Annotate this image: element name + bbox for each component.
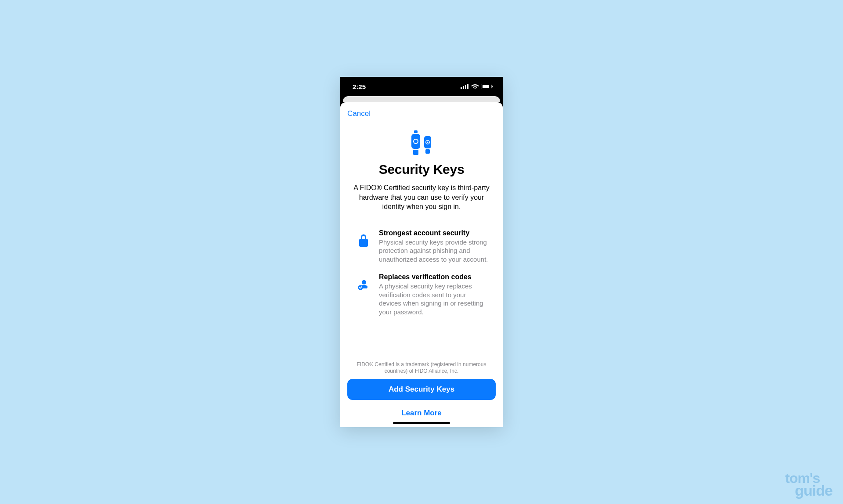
status-icons	[461, 83, 493, 90]
lock-icon	[357, 229, 370, 247]
status-time: 2:25	[353, 83, 366, 90]
cancel-button[interactable]: Cancel	[347, 108, 371, 119]
footnote: FIDO® Certified is a trademark (register…	[347, 361, 496, 374]
svg-rect-10	[413, 150, 418, 155]
svg-rect-3	[467, 84, 468, 89]
user-check-icon	[357, 273, 370, 291]
watermark-line2: guide	[795, 484, 832, 497]
watermark-logo: tom's guide	[785, 472, 832, 497]
feature-title: Replaces verification codes	[379, 273, 489, 281]
svg-rect-7	[414, 130, 418, 133]
svg-rect-0	[461, 87, 462, 89]
svg-rect-1	[463, 86, 464, 89]
wifi-icon	[471, 83, 479, 90]
svg-rect-14	[425, 149, 430, 154]
svg-point-13	[427, 141, 428, 143]
feature-strongest-security: Strongest account security Physical secu…	[357, 229, 489, 264]
phone-frame: 2:25 Cancel	[340, 77, 503, 427]
svg-rect-2	[465, 85, 466, 89]
battery-icon	[482, 83, 493, 90]
cellular-icon	[461, 83, 468, 90]
security-keys-icon	[347, 130, 496, 157]
status-bar: 2:25	[340, 77, 503, 96]
modal-sheet: Cancel Security Keys A F	[340, 102, 503, 427]
feature-replaces-codes: Replaces verification codes A physical s…	[357, 273, 489, 316]
hero-section: Security Keys A FIDO® Certified security…	[347, 130, 496, 212]
learn-more-button[interactable]: Learn More	[347, 406, 496, 424]
add-security-keys-button[interactable]: Add Security Keys	[347, 379, 496, 400]
svg-rect-6	[492, 86, 493, 87]
svg-rect-8	[411, 134, 420, 149]
background-sheet-peek	[343, 96, 500, 102]
feature-desc: Physical security keys provide strong pr…	[379, 238, 489, 264]
svg-point-15	[362, 280, 366, 284]
page-title: Security Keys	[347, 162, 496, 177]
page-subtitle: A FIDO® Certified security key is third-…	[347, 183, 496, 212]
home-indicator[interactable]	[393, 422, 450, 424]
feature-desc: A physical security key replaces verific…	[379, 282, 489, 316]
feature-list: Strongest account security Physical secu…	[347, 229, 496, 326]
svg-rect-5	[483, 85, 489, 88]
feature-title: Strongest account security	[379, 229, 489, 237]
